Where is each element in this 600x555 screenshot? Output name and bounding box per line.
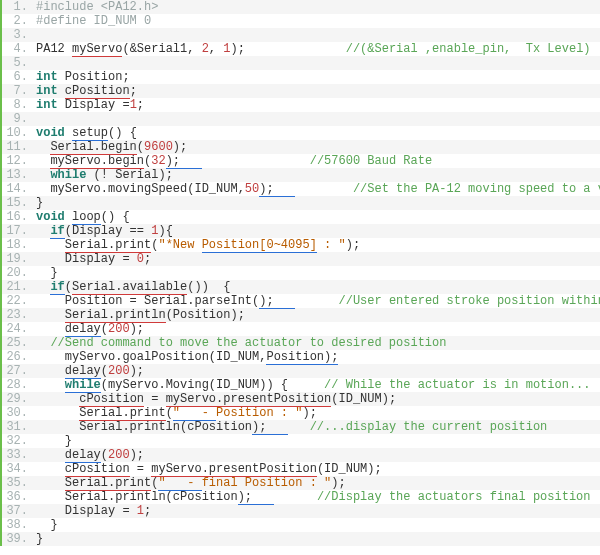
- line-number: 17.: [2, 224, 34, 238]
- code-line: 35. Serial.print(" - final Position : ")…: [2, 476, 600, 490]
- code-line: 38. }: [2, 518, 600, 532]
- line-code: int Position;: [34, 70, 130, 84]
- line-code: void loop() {: [34, 210, 130, 224]
- code-line: 21. if(Serial.available()) {: [2, 280, 600, 294]
- code-line: 13. while (! Serial);: [2, 168, 600, 182]
- code-token: //Display the actuators final position: [317, 490, 591, 504]
- code-line: 20. }: [2, 266, 600, 280]
- line-number: 14.: [2, 182, 34, 196]
- code-token: [36, 154, 50, 168]
- code-token: void: [36, 126, 65, 140]
- line-code: while(myServo.Moving(ID_NUM)) { // While…: [34, 378, 591, 392]
- code-line: 18. Serial.print("*New Position[0~4095] …: [2, 238, 600, 252]
- line-number: 23.: [2, 308, 34, 322]
- code-token: 9600: [144, 140, 173, 154]
- code-token: [65, 126, 72, 140]
- code-line: 5.: [2, 56, 600, 70]
- code-token: );: [331, 476, 345, 490]
- code-token: ,: [209, 42, 223, 56]
- code-token: [36, 392, 79, 406]
- code-token: //...display the current position: [310, 420, 548, 434]
- line-number: 30.: [2, 406, 34, 420]
- code-token: (! Serial);: [86, 168, 172, 182]
- line-code: Serial.print("*New Position[0~4095] : ")…: [34, 238, 360, 252]
- code-line: 29. cPosition = myServo.presentPosition(…: [2, 392, 600, 406]
- code-token: (: [166, 406, 173, 420]
- code-token: () {: [101, 210, 130, 224]
- code-line: 7.int cPosition;: [2, 84, 600, 98]
- code-token: () {: [108, 126, 137, 140]
- code-token: Position);: [266, 350, 338, 365]
- code-token: Position[0~4095]: [202, 238, 317, 253]
- code-token: );: [259, 182, 295, 197]
- code-line: 33. delay(200);: [2, 448, 600, 462]
- code-token: );: [252, 420, 288, 435]
- line-number: 35.: [2, 476, 34, 490]
- code-token: [274, 490, 317, 504]
- code-token: [36, 308, 65, 322]
- code-token: =: [130, 462, 152, 476]
- code-token: cPosition: [79, 392, 144, 407]
- code-line: 14. myServo.movingSpeed(ID_NUM,50); //Se…: [2, 182, 600, 196]
- code-token: final Position : ": [202, 476, 332, 490]
- code-token: [36, 462, 65, 476]
- code-line: 39.}: [2, 532, 600, 546]
- code-token: myServo.goalPosition(ID_NUM,: [36, 350, 266, 364]
- code-token: #include <PA12.h>: [36, 0, 158, 14]
- line-code: Position = Serial.parseInt(); //User ent…: [34, 294, 600, 308]
- code-line: 11. Serial.begin(9600);: [2, 140, 600, 154]
- code-token: (: [137, 140, 144, 154]
- line-number: 37.: [2, 504, 34, 518]
- code-token: [65, 210, 72, 224]
- code-token: (: [101, 322, 108, 336]
- code-line: 3.: [2, 28, 600, 42]
- line-code: cPosition = myServo.presentPosition(ID_N…: [34, 462, 382, 476]
- code-token: Serial.print: [79, 406, 165, 421]
- code-token: cPosition: [65, 462, 130, 477]
- code-token: Position : ": [216, 406, 302, 420]
- code-token: Display =: [36, 252, 137, 266]
- code-token: }: [36, 518, 58, 532]
- code-token: }: [36, 196, 43, 210]
- code-token: =: [144, 392, 166, 406]
- line-code: myServo.movingSpeed(ID_NUM,50); //Set th…: [34, 182, 600, 196]
- line-code: }: [34, 196, 43, 210]
- code-token: //(&Serial ,enable_pin, Tx Level): [346, 42, 591, 56]
- code-token: );: [130, 364, 144, 378]
- line-code: #define ID_NUM 0: [34, 14, 151, 28]
- line-code: Display = 0;: [34, 252, 151, 266]
- line-number: 1.: [2, 0, 34, 14]
- line-number: 20.: [2, 266, 34, 280]
- code-token: [36, 364, 65, 378]
- line-number: 10.: [2, 126, 34, 140]
- code-token: (myServo.Moving(ID_NUM)) {: [101, 378, 324, 392]
- code-token: int: [36, 70, 58, 84]
- code-token: setup: [72, 126, 108, 141]
- code-token: if: [50, 224, 64, 239]
- code-token: [36, 168, 50, 182]
- line-code: }: [34, 518, 58, 532]
- line-code: int Display =1;: [34, 98, 144, 112]
- code-token: loop: [72, 210, 101, 225]
- code-token: (: [101, 364, 108, 378]
- code-token: [36, 406, 79, 420]
- line-number: 11.: [2, 140, 34, 154]
- line-number: 8.: [2, 98, 34, 112]
- code-line: 6.int Position;: [2, 70, 600, 84]
- code-token: 50: [245, 182, 259, 196]
- line-number: 3.: [2, 28, 34, 42]
- code-line: 32. }: [2, 434, 600, 448]
- line-number: 34.: [2, 462, 34, 476]
- code-token: PA12: [36, 42, 72, 56]
- code-token: );: [130, 448, 144, 462]
- code-token: Display =: [36, 504, 137, 518]
- code-line: 37. Display = 1;: [2, 504, 600, 518]
- line-code: if(Serial.available()) {: [34, 280, 230, 294]
- code-token: }: [36, 434, 72, 448]
- line-code: void setup() {: [34, 126, 137, 140]
- line-code: Serial.print(" - final Position : ");: [34, 476, 346, 490]
- code-line: 26. myServo.goalPosition(ID_NUM,Position…: [2, 350, 600, 364]
- code-token: Display =: [58, 98, 130, 112]
- code-token: Position;: [58, 70, 130, 84]
- line-code: Serial.println(Position);: [34, 308, 245, 322]
